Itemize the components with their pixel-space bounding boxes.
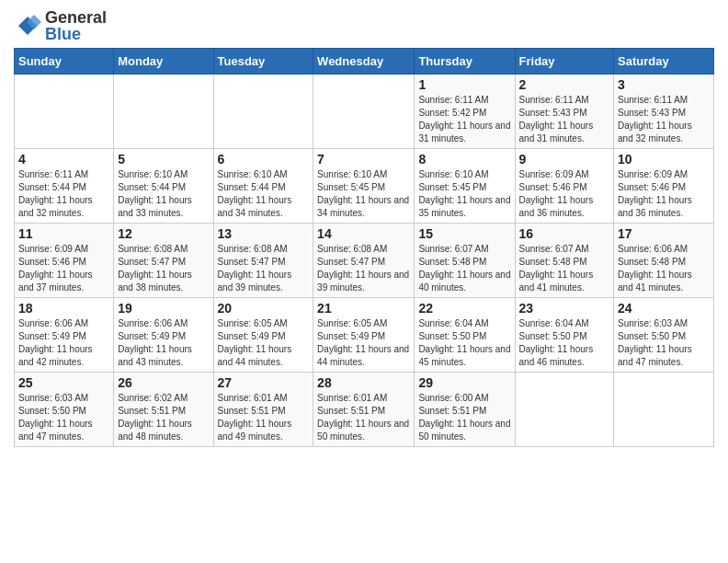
day-info: Sunrise: 6:03 AM Sunset: 5:50 PM Dayligh… xyxy=(618,317,710,369)
calendar-cell: 17Sunrise: 6:06 AM Sunset: 5:48 PM Dayli… xyxy=(614,224,714,298)
day-number: 15 xyxy=(418,226,510,241)
calendar-cell: 6Sunrise: 6:10 AM Sunset: 5:44 PM Daylig… xyxy=(213,149,313,224)
calendar-cell: 13Sunrise: 6:08 AM Sunset: 5:47 PM Dayli… xyxy=(213,224,313,298)
day-info: Sunrise: 6:07 AM Sunset: 5:48 PM Dayligh… xyxy=(418,243,510,294)
calendar-week-row: 25Sunrise: 6:03 AM Sunset: 5:50 PM Dayli… xyxy=(15,373,714,447)
weekday-header: Monday xyxy=(114,49,213,75)
weekday-header: Tuesday xyxy=(213,49,313,75)
calendar-week-row: 4Sunrise: 6:11 AM Sunset: 5:44 PM Daylig… xyxy=(15,149,714,224)
calendar-week-row: 11Sunrise: 6:09 AM Sunset: 5:46 PM Dayli… xyxy=(15,224,714,298)
day-number: 20 xyxy=(218,301,310,316)
calendar-cell: 18Sunrise: 6:06 AM Sunset: 5:49 PM Dayli… xyxy=(15,298,114,373)
calendar-cell: 26Sunrise: 6:02 AM Sunset: 5:51 PM Dayli… xyxy=(114,373,213,447)
calendar-week-row: 18Sunrise: 6:06 AM Sunset: 5:49 PM Dayli… xyxy=(15,298,714,373)
day-number: 25 xyxy=(18,375,109,390)
day-info: Sunrise: 6:04 AM Sunset: 5:50 PM Dayligh… xyxy=(519,317,610,369)
day-number: 21 xyxy=(317,301,410,316)
calendar-cell: 27Sunrise: 6:01 AM Sunset: 5:51 PM Dayli… xyxy=(213,373,313,447)
day-info: Sunrise: 6:01 AM Sunset: 5:51 PM Dayligh… xyxy=(317,392,410,443)
day-number: 5 xyxy=(118,152,209,167)
calendar-cell: 7Sunrise: 6:10 AM Sunset: 5:45 PM Daylig… xyxy=(313,149,415,224)
day-info: Sunrise: 6:01 AM Sunset: 5:51 PM Dayligh… xyxy=(218,392,310,443)
calendar-cell: 10Sunrise: 6:09 AM Sunset: 5:46 PM Dayli… xyxy=(614,149,714,224)
calendar-cell xyxy=(213,75,313,149)
calendar-cell: 22Sunrise: 6:04 AM Sunset: 5:50 PM Dayli… xyxy=(415,298,515,373)
day-number: 14 xyxy=(317,226,410,241)
day-number: 28 xyxy=(317,375,410,390)
calendar-cell: 9Sunrise: 6:09 AM Sunset: 5:46 PM Daylig… xyxy=(515,149,614,224)
day-info: Sunrise: 6:10 AM Sunset: 5:44 PM Dayligh… xyxy=(218,168,310,220)
day-number: 18 xyxy=(18,301,109,316)
day-info: Sunrise: 6:06 AM Sunset: 5:49 PM Dayligh… xyxy=(118,317,209,369)
calendar-cell: 29Sunrise: 6:00 AM Sunset: 5:51 PM Dayli… xyxy=(415,373,515,447)
day-number: 1 xyxy=(418,77,510,92)
calendar-cell xyxy=(614,373,714,447)
day-number: 19 xyxy=(118,301,209,316)
day-info: Sunrise: 6:04 AM Sunset: 5:50 PM Dayligh… xyxy=(418,317,510,369)
day-info: Sunrise: 6:10 AM Sunset: 5:45 PM Dayligh… xyxy=(418,168,510,220)
calendar-cell xyxy=(114,75,213,149)
day-info: Sunrise: 6:09 AM Sunset: 5:46 PM Dayligh… xyxy=(18,243,109,294)
day-info: Sunrise: 6:08 AM Sunset: 5:47 PM Dayligh… xyxy=(317,243,410,294)
day-info: Sunrise: 6:06 AM Sunset: 5:48 PM Dayligh… xyxy=(618,243,710,294)
day-number: 23 xyxy=(519,301,610,316)
calendar-cell xyxy=(313,75,415,149)
calendar-cell: 25Sunrise: 6:03 AM Sunset: 5:50 PM Dayli… xyxy=(15,373,114,447)
day-info: Sunrise: 6:08 AM Sunset: 5:47 PM Dayligh… xyxy=(118,243,209,294)
day-number: 10 xyxy=(618,152,710,167)
weekday-header: Saturday xyxy=(614,49,714,75)
day-info: Sunrise: 6:09 AM Sunset: 5:46 PM Dayligh… xyxy=(618,168,710,220)
calendar-cell: 20Sunrise: 6:05 AM Sunset: 5:49 PM Dayli… xyxy=(213,298,313,373)
day-number: 29 xyxy=(418,375,510,390)
day-number: 7 xyxy=(317,152,410,167)
weekday-header: Sunday xyxy=(15,49,114,75)
day-number: 6 xyxy=(218,152,310,167)
calendar-cell: 8Sunrise: 6:10 AM Sunset: 5:45 PM Daylig… xyxy=(415,149,515,224)
calendar-cell: 19Sunrise: 6:06 AM Sunset: 5:49 PM Dayli… xyxy=(114,298,213,373)
day-info: Sunrise: 6:11 AM Sunset: 5:44 PM Dayligh… xyxy=(18,168,109,220)
calendar-cell: 5Sunrise: 6:10 AM Sunset: 5:44 PM Daylig… xyxy=(114,149,213,224)
day-info: Sunrise: 6:08 AM Sunset: 5:47 PM Dayligh… xyxy=(218,243,310,294)
day-number: 17 xyxy=(618,226,710,241)
day-info: Sunrise: 6:11 AM Sunset: 5:43 PM Dayligh… xyxy=(618,94,710,145)
day-info: Sunrise: 6:05 AM Sunset: 5:49 PM Dayligh… xyxy=(218,317,310,369)
day-number: 11 xyxy=(18,226,109,241)
day-info: Sunrise: 6:09 AM Sunset: 5:46 PM Dayligh… xyxy=(519,168,610,220)
day-info: Sunrise: 6:10 AM Sunset: 5:45 PM Dayligh… xyxy=(317,168,410,220)
calendar-table: SundayMondayTuesdayWednesdayThursdayFrid… xyxy=(14,48,714,447)
day-info: Sunrise: 6:00 AM Sunset: 5:51 PM Dayligh… xyxy=(418,392,510,443)
weekday-header: Friday xyxy=(515,49,614,75)
day-number: 27 xyxy=(218,375,310,390)
day-number: 26 xyxy=(118,375,209,390)
day-number: 22 xyxy=(418,301,510,316)
calendar-cell: 12Sunrise: 6:08 AM Sunset: 5:47 PM Dayli… xyxy=(114,224,213,298)
calendar-cell: 4Sunrise: 6:11 AM Sunset: 5:44 PM Daylig… xyxy=(15,149,114,224)
weekday-header: Wednesday xyxy=(313,49,415,75)
logo-text-general: General xyxy=(45,9,107,26)
calendar-cell: 24Sunrise: 6:03 AM Sunset: 5:50 PM Dayli… xyxy=(614,298,714,373)
calendar-cell: 16Sunrise: 6:07 AM Sunset: 5:48 PM Dayli… xyxy=(515,224,614,298)
day-number: 8 xyxy=(418,152,510,167)
calendar-cell: 21Sunrise: 6:05 AM Sunset: 5:49 PM Dayli… xyxy=(313,298,415,373)
day-info: Sunrise: 6:07 AM Sunset: 5:48 PM Dayligh… xyxy=(519,243,610,294)
day-info: Sunrise: 6:11 AM Sunset: 5:42 PM Dayligh… xyxy=(418,94,510,145)
day-info: Sunrise: 6:03 AM Sunset: 5:50 PM Dayligh… xyxy=(18,392,109,443)
day-info: Sunrise: 6:06 AM Sunset: 5:49 PM Dayligh… xyxy=(18,317,109,369)
calendar-cell: 15Sunrise: 6:07 AM Sunset: 5:48 PM Dayli… xyxy=(415,224,515,298)
weekday-header-row: SundayMondayTuesdayWednesdayThursdayFrid… xyxy=(15,49,714,75)
logo: General Blue xyxy=(14,9,107,42)
page-header: General Blue xyxy=(14,9,714,42)
day-info: Sunrise: 6:02 AM Sunset: 5:51 PM Dayligh… xyxy=(118,392,209,443)
logo-bird-icon xyxy=(14,12,41,40)
calendar-week-row: 1Sunrise: 6:11 AM Sunset: 5:42 PM Daylig… xyxy=(15,75,714,149)
day-info: Sunrise: 6:05 AM Sunset: 5:49 PM Dayligh… xyxy=(317,317,410,369)
day-number: 12 xyxy=(118,226,209,241)
logo-text-blue: Blue xyxy=(45,26,107,42)
calendar-cell: 23Sunrise: 6:04 AM Sunset: 5:50 PM Dayli… xyxy=(515,298,614,373)
calendar-cell: 11Sunrise: 6:09 AM Sunset: 5:46 PM Dayli… xyxy=(15,224,114,298)
calendar-cell: 14Sunrise: 6:08 AM Sunset: 5:47 PM Dayli… xyxy=(313,224,415,298)
day-info: Sunrise: 6:10 AM Sunset: 5:44 PM Dayligh… xyxy=(118,168,209,220)
day-number: 16 xyxy=(519,226,610,241)
calendar-cell: 1Sunrise: 6:11 AM Sunset: 5:42 PM Daylig… xyxy=(415,75,515,149)
day-number: 2 xyxy=(519,77,610,92)
